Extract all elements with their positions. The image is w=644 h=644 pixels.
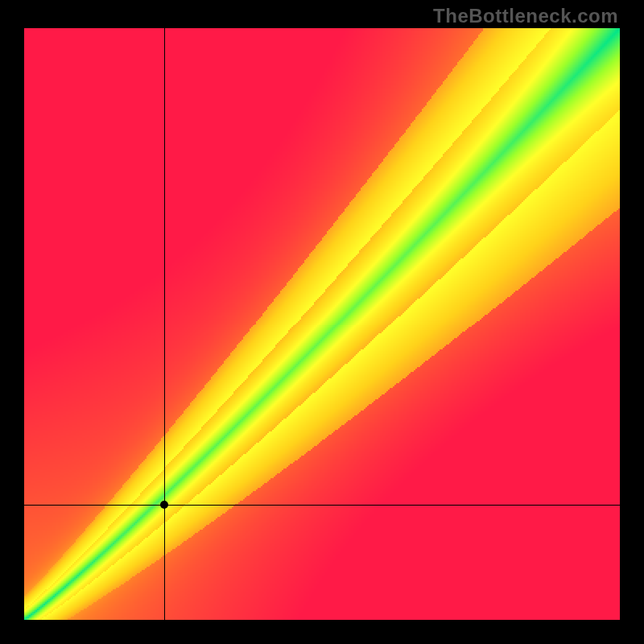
watermark-text: TheBottleneck.com [433, 5, 618, 27]
chart-frame: TheBottleneck.com [0, 0, 644, 644]
crosshair-horizontal [24, 505, 620, 506]
data-point-marker [160, 501, 168, 509]
heatmap-canvas [24, 28, 620, 620]
plot-area [24, 28, 620, 620]
crosshair-vertical [164, 28, 165, 620]
